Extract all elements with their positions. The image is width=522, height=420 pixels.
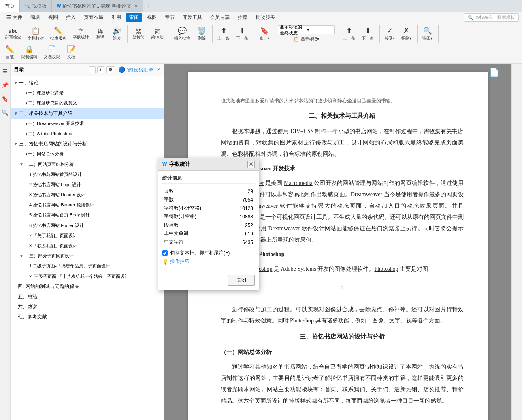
- menu-view[interactable]: 视图: [45, 13, 61, 22]
- toc-item[interactable]: ▼一、绪论: [11, 78, 164, 88]
- smart-text: 智能识别目录: [127, 67, 153, 73]
- next-change-btn[interactable]: ⬇ 下一条: [359, 25, 376, 43]
- toc-expand-btn[interactable]: -: [89, 66, 96, 73]
- prev-change-btn[interactable]: ⬆ 上一条: [341, 25, 358, 43]
- tips-icon: 💡: [162, 259, 168, 265]
- dialog-close-btn[interactable]: 关闭: [228, 275, 255, 286]
- menu-page-layout[interactable]: 页面布局: [81, 13, 107, 22]
- sidebar-search-icon[interactable]: 🔍: [0, 108, 10, 117]
- accept-btn[interactable]: ✓ 接受▾: [382, 25, 397, 43]
- sidebar-pin-icon[interactable]: 📌: [0, 81, 10, 89]
- tab-add[interactable]: +: [143, 2, 155, 10]
- toc-smart-label[interactable]: 🔵 智能识别目录: [118, 66, 153, 73]
- menu-edit[interactable]: 编辑: [27, 13, 43, 22]
- menu-insert[interactable]: 插入: [63, 13, 79, 22]
- sidebar-bookmark-icon[interactable]: 🔖: [0, 94, 10, 103]
- markup-dropdown[interactable]: 显示标记的最终状态 ▾: [278, 25, 335, 34]
- next-comment-btn[interactable]: ⬇ 下一条: [234, 25, 251, 43]
- insert-comment-icon: 💬: [178, 27, 187, 36]
- menu-review[interactable]: 审阅: [126, 13, 142, 22]
- include-textbox-checkbox[interactable]: [162, 250, 168, 256]
- track-changes-btn[interactable]: 🔖 修订▾: [257, 25, 272, 43]
- menu-bar: ☰ 文件 编辑 视图 插入 页面布局 引用 审阅 视图 章节 开发工具 会员专享…: [0, 12, 522, 23]
- accept-label: 接受▾: [385, 36, 395, 41]
- draw-btn[interactable]: ✏️ 画笔: [2, 44, 17, 62]
- tab-find-template[interactable]: 🔍 找模板: [20, 0, 52, 12]
- menu-correction[interactable]: 批改服务: [252, 13, 278, 22]
- toc-settings-btn[interactable]: ⚙: [106, 66, 115, 73]
- toc-item[interactable]: （一）课题研究背景: [11, 88, 164, 98]
- delete-comment-btn[interactable]: 🗑️ 删除: [194, 25, 209, 43]
- toc-item[interactable]: ▼三、拾忆书店网站的设计与分析: [11, 139, 164, 149]
- sidebar-nav-icon[interactable]: ☰: [1, 67, 9, 76]
- prev-comment-btn[interactable]: ⬆ 上一条: [215, 25, 232, 43]
- toc-item[interactable]: ▼（二）网站页面结构分析: [11, 159, 164, 170]
- restrict-edit-btn[interactable]: 🔒 限制编辑: [19, 44, 40, 62]
- doc-permission-btn[interactable]: 📄 文档权限: [41, 44, 62, 62]
- markup-dropdown-text: 显示标记的最终状态: [280, 24, 305, 36]
- toc-item[interactable]: 8.「联系我们」页面设计: [11, 241, 164, 251]
- toc-item[interactable]: （一）Dreamweaver 开发技术: [11, 119, 164, 129]
- toc-item[interactable]: 四. 网站的测试与问题的解决: [11, 282, 164, 292]
- search-bar[interactable]: 🔍 查找命令、搜索模板: [464, 13, 519, 22]
- doc-final-btn[interactable]: 📝 文档: [64, 44, 79, 62]
- toc-item[interactable]: 6.拾忆书店网站 Footer 设计: [11, 221, 164, 231]
- toc-item[interactable]: 4.拾忆书店网站 Banner 轮播设计: [11, 200, 164, 210]
- toolbar-group-review2: 🔍 审阅▾: [420, 25, 439, 43]
- tab-doc-close[interactable]: ✕: [134, 4, 138, 8]
- toc-item[interactable]: 7.「关于我们」页面设计: [11, 231, 164, 241]
- toc-item[interactable]: 七、参考文献: [11, 312, 164, 322]
- menu-dev-tools[interactable]: 开发工具: [179, 13, 205, 22]
- toc-item[interactable]: 2. 三级子页面-「十八岁给我一个姑娘」子页面设计: [11, 272, 164, 282]
- toc-item[interactable]: ▼二、相关技术与工具介绍: [11, 108, 164, 119]
- toc-item[interactable]: 5.拾忆书店网站首页 Body 设计: [11, 210, 164, 220]
- toc-expand-icon[interactable]: ▼: [19, 254, 23, 258]
- correction-btn[interactable]: ✏️ 批改服务: [48, 25, 69, 43]
- doc-scroll-btn[interactable]: 📄: [489, 68, 499, 77]
- insert-comment-btn[interactable]: 💬 插入批注: [172, 25, 193, 43]
- dialog-close-x[interactable]: ✕: [247, 161, 255, 168]
- toc-item[interactable]: 3.拾忆书店网站 Header 设计: [11, 190, 164, 200]
- tab-doc[interactable]: W 拾忆书苑网站的...实现 毕业论文 ✕: [52, 0, 143, 12]
- tips-link[interactable]: 💡 操作技巧: [162, 258, 255, 265]
- simp-icon: 简: [154, 28, 160, 35]
- toc-item-label: 五、总结: [18, 294, 37, 299]
- menu-references[interactable]: 引用: [108, 13, 124, 22]
- review-dropdown-btn[interactable]: 🔍 审阅▾: [420, 25, 435, 43]
- stats-label: 字数: [162, 195, 228, 204]
- toc-expand-icon[interactable]: ▼: [14, 111, 18, 116]
- translate-btn[interactable]: 译 翻译: [93, 25, 108, 43]
- toc-item-label: 二、相关技术与工具介绍: [19, 110, 72, 116]
- toc-expand-icon[interactable]: ▼: [14, 81, 18, 85]
- toc-item[interactable]: 1.拾忆书苑网站首页的设计: [11, 170, 164, 180]
- toc-item[interactable]: （二）Adobe Photoshop: [11, 129, 164, 139]
- doc-check-btn[interactable]: 📋 文档校对: [25, 25, 46, 43]
- restrict-label: 限制编辑: [21, 54, 37, 60]
- menu-recommend[interactable]: 推荐: [234, 13, 251, 22]
- tab-home[interactable]: 首页: [0, 0, 20, 12]
- toc-expand-icon[interactable]: ▼: [14, 142, 18, 146]
- toc-item[interactable]: 六、致谢: [11, 302, 164, 312]
- toc-item[interactable]: （二）课题研究目的及意义: [11, 98, 164, 108]
- toc-expand-icon[interactable]: ▼: [19, 162, 23, 167]
- read-aloud-btn[interactable]: 🔊 朗读: [109, 25, 124, 43]
- toc-item[interactable]: 1.二级子页面-「冯唐作品集」子页面设计: [11, 261, 164, 271]
- show-markup-btn[interactable]: 📋 显示标记▾: [278, 36, 335, 43]
- toc-item[interactable]: （一）网站总体分析: [11, 149, 164, 159]
- reject-btn[interactable]: ✗ 拒绝▾: [399, 25, 414, 43]
- toc-item[interactable]: 五、总结: [11, 292, 164, 302]
- menu-view2[interactable]: 视图: [144, 13, 160, 22]
- menu-member[interactable]: 会员专享: [207, 13, 233, 22]
- toc-item[interactable]: 2.拾忆书店网站 Logo 设计: [11, 180, 164, 190]
- right-panel: [511, 64, 522, 420]
- toc-item[interactable]: ▼（三）部分子页网页设计: [11, 251, 164, 261]
- simp-to-trad-btn[interactable]: 简 简转繁: [149, 25, 166, 43]
- toc-close-btn[interactable]: ✕: [157, 67, 161, 72]
- checkbox-label: 包括文本框、脚注和尾注(F): [170, 250, 230, 257]
- toc-collapse-btn[interactable]: +: [97, 66, 104, 73]
- menu-chapter[interactable]: 章节: [162, 13, 178, 22]
- spell-check-btn[interactable]: abc 拼写检查: [2, 25, 23, 43]
- menu-file[interactable]: ☰ 文件: [3, 13, 26, 22]
- trad-to-simp-btn[interactable]: 繁 繁转简: [130, 25, 147, 43]
- word-count-btn[interactable]: 字 字数统计: [70, 25, 92, 43]
